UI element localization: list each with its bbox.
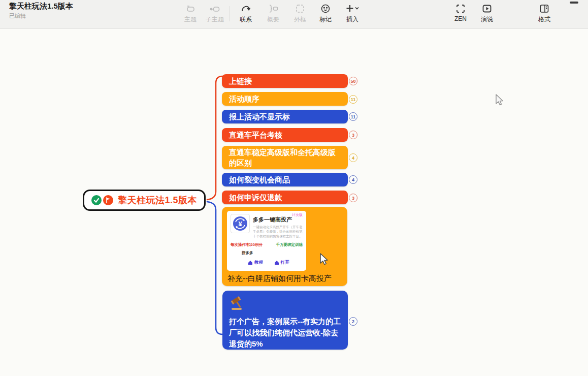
toolbar-marker-label: 标记 bbox=[319, 15, 332, 24]
card-note-green: 千万要绑定训练 bbox=[276, 242, 303, 247]
toolbar-relationship-label: 联系 bbox=[240, 15, 252, 24]
branch-count-badge: 3 bbox=[349, 194, 357, 202]
toolbar-summary-label: 概要 bbox=[267, 15, 279, 24]
save-status: 已编辑 bbox=[9, 12, 26, 20]
toolbar-marker-button[interactable]: 标记 bbox=[312, 2, 339, 27]
branch-node-6[interactable]: 如何裂变机会商品 bbox=[222, 173, 348, 186]
boundary-icon bbox=[295, 2, 306, 14]
toolbar-separator bbox=[230, 6, 230, 21]
branch-label: 如何申诉仅退款 bbox=[229, 192, 282, 203]
home-icon bbox=[274, 260, 279, 265]
embedded-screenshot-card[interactable]: ¥ 计次版 多多一键高投产 一键自动化卡高投产开车（开车老手必看）免费版，适合出… bbox=[227, 211, 306, 271]
toolbar-relationship-button[interactable]: 联系 bbox=[233, 2, 259, 27]
image-node-caption: 补充--白牌店铺如何用卡高投产 bbox=[227, 274, 332, 284]
gavel-icon bbox=[229, 295, 247, 311]
document-title: 擎天柱玩法1.5版本 bbox=[9, 2, 73, 11]
ad-node-count-badge: 2 bbox=[349, 317, 357, 326]
branch-label: 直通车平台考核 bbox=[229, 130, 282, 140]
flag-icon[interactable] bbox=[103, 195, 113, 205]
branch-node-5[interactable]: 直通车稳定高级版和全托高级版的区别 bbox=[222, 146, 348, 169]
toolbar-zen-label: ZEN bbox=[454, 15, 467, 22]
marker-icon bbox=[320, 2, 331, 14]
toolbar-insert-label: 插入 bbox=[346, 15, 358, 24]
branch-node-3[interactable]: 报上活动不显示标 bbox=[222, 110, 348, 123]
top-toolbar: 擎天柱玩法1.5版本 已编辑 主题 子主题 bbox=[0, 0, 588, 29]
toolbar-insert-button[interactable]: 插入 bbox=[339, 2, 366, 27]
tutorial-link[interactable]: 教程 bbox=[248, 260, 263, 266]
branch-label: 活动顺序 bbox=[229, 93, 259, 104]
summary-icon bbox=[268, 2, 279, 14]
toolbar-presentation-button[interactable]: 演说 bbox=[474, 2, 500, 27]
branch-count-badge: 11 bbox=[349, 112, 357, 121]
presentation-icon bbox=[481, 2, 493, 14]
card-description: 一键自动化卡高投产开车（开车老手必看）免费版，适合出租轻松第十个教程前的预售课程… bbox=[253, 225, 303, 238]
format-icon bbox=[539, 2, 550, 14]
yuan-sync-icon: ¥ bbox=[232, 215, 248, 232]
mouse-cursor bbox=[319, 253, 330, 267]
branch-count-badge: 4 bbox=[349, 153, 357, 162]
subtopic-icon bbox=[209, 2, 220, 14]
topic-icon bbox=[185, 2, 196, 14]
branch-count-badge: 11 bbox=[349, 95, 357, 104]
open-link[interactable]: 打开 bbox=[274, 260, 289, 266]
relationship-icon bbox=[240, 2, 251, 14]
toolbar-format-button[interactable]: 格式 bbox=[531, 2, 558, 27]
toolbar-boundary-button[interactable]: 外框 bbox=[287, 2, 313, 27]
central-topic-node[interactable]: 擎天柱玩法1.5版本 bbox=[83, 190, 206, 211]
toolbar-topic-button[interactable]: 主题 bbox=[177, 2, 204, 27]
toolbar-boundary-label: 外框 bbox=[294, 15, 306, 24]
toolbar-topic-label: 主题 bbox=[184, 15, 197, 24]
insert-icon bbox=[345, 2, 360, 14]
toolbar-format-label: 格式 bbox=[538, 15, 550, 24]
branch-label: 直通车稳定高级版和全托高级版的区别 bbox=[229, 147, 341, 168]
toolbar-presentation-label: 演说 bbox=[481, 15, 493, 24]
toolbar-subtopic-button[interactable]: 子主题 bbox=[202, 2, 228, 27]
svg-text:¥: ¥ bbox=[238, 220, 242, 228]
card-brand: 拼多多 bbox=[242, 250, 303, 256]
zen-icon bbox=[455, 2, 466, 14]
image-topic-node[interactable]: ¥ 计次版 多多一键高投产 一键自动化卡高投产开车（开车老手必看）免费版，适合出… bbox=[222, 207, 347, 286]
window-minimize-dash[interactable] bbox=[570, 2, 578, 4]
branch-node-4[interactable]: 直通车平台考核 bbox=[222, 128, 348, 142]
app-logo-box: ¥ bbox=[231, 214, 250, 233]
branch-label: 报上活动不显示标 bbox=[229, 111, 290, 122]
card-note-red: 每次操作/扣20积分 bbox=[231, 242, 263, 247]
ad-topic-node[interactable]: 打个广告，案例展示--有实力的工厂可以找我们纯佣代运营收-除去退货的5% bbox=[222, 291, 348, 350]
branch-count-badge: 4 bbox=[349, 175, 357, 184]
branch-node-1[interactable]: 上链接 bbox=[222, 74, 348, 88]
branch-node-2[interactable]: 活动顺序 bbox=[222, 92, 348, 106]
mouse-cursor-light bbox=[495, 94, 506, 107]
branch-count-badge: 50 bbox=[349, 77, 357, 85]
check-icon[interactable] bbox=[91, 195, 102, 205]
ad-node-text: 打个广告，案例展示--有实力的工厂可以找我们纯佣代运营收-除去退货的5% bbox=[229, 316, 341, 349]
branch-count-badge: 3 bbox=[349, 131, 357, 139]
toolbar-subtopic-label: 子主题 bbox=[206, 15, 224, 24]
central-topic-label: 擎天柱玩法1.5版本 bbox=[118, 194, 197, 206]
home-icon bbox=[248, 260, 253, 265]
branch-label: 如何裂变机会商品 bbox=[229, 174, 290, 185]
mindmap-app: 擎天柱玩法1.5版本 已编辑 主题 子主题 bbox=[0, 0, 588, 376]
branch-label: 上链接 bbox=[229, 76, 252, 86]
branch-node-7[interactable]: 如何申诉仅退款 bbox=[222, 191, 348, 204]
toolbar-summary-button[interactable]: 概要 bbox=[260, 2, 286, 27]
toolbar-zen-button[interactable]: ZEN bbox=[447, 2, 474, 27]
version-tag: 计次版 bbox=[292, 212, 303, 217]
